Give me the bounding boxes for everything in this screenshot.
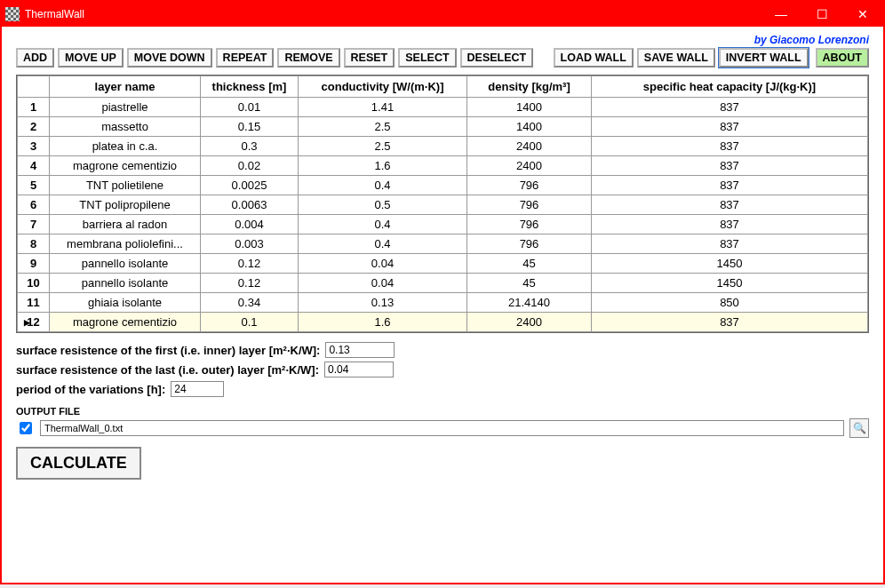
row-header[interactable]: 5 <box>18 176 50 195</box>
col-header-thickness[interactable]: thickness [m] <box>201 76 299 98</box>
cell-shc[interactable]: 837 <box>592 313 868 332</box>
cell-thickness[interactable]: 0.02 <box>201 156 299 176</box>
row-header[interactable]: 8 <box>18 234 50 254</box>
cell-layer[interactable]: magrone cementizio <box>50 156 201 176</box>
cell-conductivity[interactable]: 0.4 <box>299 234 467 254</box>
row-header[interactable]: 7 <box>18 215 50 234</box>
remove-button[interactable]: REMOVE <box>277 48 339 68</box>
cell-density[interactable]: 2400 <box>467 137 592 156</box>
table-row[interactable]: 10pannello isolante0.120.04451450 <box>18 274 868 293</box>
cell-thickness[interactable]: 0.3 <box>201 137 299 156</box>
table-row[interactable]: 6TNT polipropilene0.00630.5796837 <box>18 195 868 215</box>
add-button[interactable]: ADD <box>16 48 54 68</box>
cell-density[interactable]: 796 <box>467 215 592 234</box>
cell-thickness[interactable]: 0.0063 <box>201 195 299 215</box>
close-button[interactable]: ✕ <box>842 2 883 27</box>
col-header-conductivity[interactable]: conductivity [W/(m·K)] <box>299 76 467 98</box>
cell-shc[interactable]: 1450 <box>592 274 868 293</box>
cell-shc[interactable]: 837 <box>592 117 868 137</box>
period-input[interactable] <box>171 381 224 397</box>
row-header[interactable]: 6 <box>18 195 50 215</box>
save-wall-button[interactable]: SAVE WALL <box>637 48 715 68</box>
cell-thickness[interactable]: 0.0025 <box>201 176 299 195</box>
deselect-button[interactable]: DESELECT <box>460 48 534 68</box>
cell-thickness[interactable]: 0.01 <box>201 98 299 117</box>
cell-layer[interactable]: ghiaia isolante <box>50 293 201 313</box>
cell-shc[interactable]: 837 <box>592 195 868 215</box>
move-down-button[interactable]: MOVE DOWN <box>127 48 212 68</box>
cell-layer[interactable]: TNT polietilene <box>50 176 201 195</box>
cell-layer[interactable]: massetto <box>50 117 201 137</box>
cell-conductivity[interactable]: 1.6 <box>299 156 467 176</box>
move-up-button[interactable]: MOVE UP <box>58 48 124 68</box>
cell-shc[interactable]: 850 <box>592 293 868 313</box>
cell-conductivity[interactable]: 2.5 <box>299 137 467 156</box>
cell-thickness[interactable]: 0.003 <box>201 234 299 254</box>
cell-layer[interactable]: pannello isolante <box>50 254 201 274</box>
cell-density[interactable]: 796 <box>467 234 592 254</box>
cell-shc[interactable]: 837 <box>592 176 868 195</box>
cell-shc[interactable]: 837 <box>592 137 868 156</box>
cell-thickness[interactable]: 0.1 <box>201 313 299 332</box>
load-wall-button[interactable]: LOAD WALL <box>554 48 634 68</box>
table-row[interactable]: 3platea in c.a.0.32.52400837 <box>18 137 868 156</box>
cell-density[interactable]: 796 <box>467 195 592 215</box>
cell-thickness[interactable]: 0.34 <box>201 293 299 313</box>
cell-density[interactable]: 796 <box>467 176 592 195</box>
cell-conductivity[interactable]: 0.5 <box>299 195 467 215</box>
cell-conductivity[interactable]: 1.41 <box>299 98 467 117</box>
cell-layer[interactable]: piastrelle <box>50 98 201 117</box>
row-header[interactable]: 9 <box>18 254 50 274</box>
minimize-button[interactable]: — <box>761 2 801 27</box>
about-button[interactable]: ABOUT <box>816 48 869 68</box>
output-file-input[interactable] <box>40 420 844 436</box>
cell-density[interactable]: 1400 <box>467 117 592 137</box>
table-row[interactable]: 9pannello isolante0.120.04451450 <box>18 254 868 274</box>
cell-layer[interactable]: barriera al radon <box>50 215 201 234</box>
browse-button[interactable]: 🔍 <box>849 418 869 438</box>
cell-density[interactable]: 45 <box>467 254 592 274</box>
cell-layer[interactable]: platea in c.a. <box>50 137 201 156</box>
row-header[interactable]: 3 <box>18 137 50 156</box>
cell-thickness[interactable]: 0.15 <box>201 117 299 137</box>
cell-shc[interactable]: 1450 <box>592 254 868 274</box>
table-row[interactable]: ▶12magrone cementizio0.11.62400837 <box>18 313 868 332</box>
repeat-button[interactable]: REPEAT <box>216 48 275 68</box>
cell-density[interactable]: 2400 <box>467 313 592 332</box>
table-row[interactable]: 11ghiaia isolante0.340.1321.4140850 <box>18 293 868 313</box>
cell-thickness[interactable]: 0.12 <box>201 254 299 274</box>
cell-layer[interactable]: TNT polipropilene <box>50 195 201 215</box>
row-header[interactable]: 4 <box>18 156 50 176</box>
cell-density[interactable]: 2400 <box>467 156 592 176</box>
maximize-button[interactable]: ☐ <box>801 2 842 27</box>
cell-layer[interactable]: membrana poliolefini... <box>50 234 201 254</box>
col-header-shc[interactable]: specific heat capacity [J/(kg·K)] <box>592 76 868 98</box>
cell-density[interactable]: 1400 <box>467 98 592 117</box>
cell-density[interactable]: 45 <box>467 274 592 293</box>
col-header-layer[interactable]: layer name <box>50 76 201 98</box>
cell-shc[interactable]: 837 <box>592 215 868 234</box>
cell-layer[interactable]: pannello isolante <box>50 274 201 293</box>
cell-conductivity[interactable]: 2.5 <box>299 117 467 137</box>
cell-conductivity[interactable]: 0.4 <box>299 176 467 195</box>
cell-shc[interactable]: 837 <box>592 98 868 117</box>
table-row[interactable]: 5TNT polietilene0.00250.4796837 <box>18 176 868 195</box>
row-header[interactable]: 2 <box>18 117 50 137</box>
cell-thickness[interactable]: 0.12 <box>201 274 299 293</box>
calculate-button[interactable]: CALCULATE <box>16 447 141 480</box>
titlebar[interactable]: ThermalWall — ☐ ✕ <box>2 2 883 27</box>
invert-wall-button[interactable]: INVERT WALL <box>719 48 809 68</box>
select-button[interactable]: SELECT <box>398 48 456 68</box>
col-header-density[interactable]: density [kg/m³] <box>467 76 592 98</box>
cell-conductivity[interactable]: 0.04 <box>299 274 467 293</box>
res-inner-input[interactable] <box>325 342 395 358</box>
cell-conductivity[interactable]: 1.6 <box>299 313 467 332</box>
res-outer-input[interactable] <box>324 362 394 377</box>
cell-density[interactable]: 21.4140 <box>467 293 592 313</box>
row-header[interactable]: 10 <box>18 274 50 293</box>
cell-conductivity[interactable]: 0.4 <box>299 215 467 234</box>
output-file-checkbox[interactable] <box>20 422 32 434</box>
cell-thickness[interactable]: 0.004 <box>201 215 299 234</box>
row-header[interactable]: 11 <box>18 293 50 313</box>
table-row[interactable]: 4magrone cementizio0.021.62400837 <box>18 156 868 176</box>
